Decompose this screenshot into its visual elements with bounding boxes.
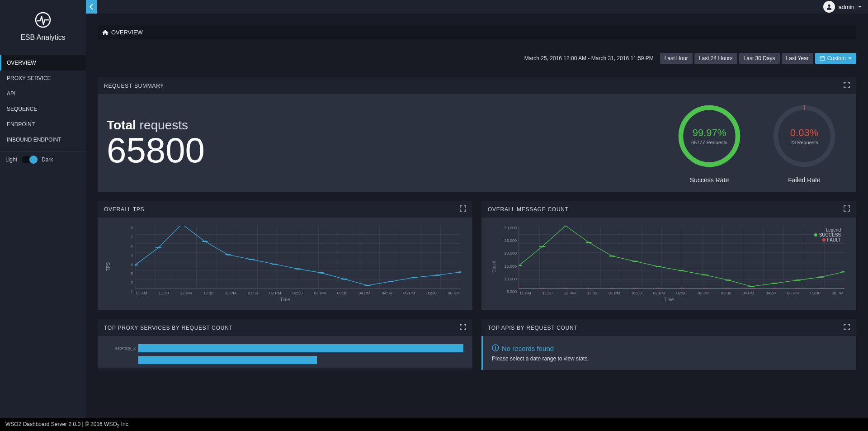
svg-point-31: [655, 266, 661, 267]
failed-sub: 23 Requests: [790, 140, 818, 145]
svg-point-34: [725, 279, 731, 281]
svg-rect-57: [495, 347, 496, 350]
x-axis-label: Time: [491, 297, 847, 302]
user-menu[interactable]: admin: [823, 1, 868, 13]
sidebar-nav: OVERVIEW PROXY SERVICE API SEQUENCE ENDP…: [0, 55, 86, 147]
svg-point-19: [341, 279, 348, 280]
svg-point-47: [679, 288, 685, 289]
breadcrumb-label: OVERVIEW: [111, 29, 143, 36]
svg-point-49: [725, 288, 731, 289]
sidebar-item-sequence[interactable]: SEQUENCE: [0, 101, 86, 117]
expand-icon[interactable]: [844, 324, 850, 332]
svg-point-38: [818, 276, 824, 278]
sidebar-item-label: INBOUND ENDPOINT: [7, 137, 61, 143]
svg-point-53: [818, 288, 824, 289]
failed-pct: 0.03%: [790, 127, 818, 139]
info-icon: [492, 344, 499, 353]
proxy-bars: estProxy_2: [107, 342, 463, 366]
range-last-30d-button[interactable]: Last 30 Days: [739, 53, 780, 64]
x-axis-label: Time: [107, 297, 463, 302]
svg-point-23: [434, 275, 440, 276]
user-name: admin: [839, 4, 854, 10]
footer-prefix: WSO2 Dashboard Server 2.0.0 | © 2016: [5, 421, 104, 427]
home-icon: [102, 30, 108, 35]
footer: WSO2 Dashboard Server 2.0.0 | © 2016 WSO…: [0, 418, 868, 431]
expand-icon[interactable]: [460, 324, 466, 332]
card-title: OVERALL MESSAGE COUNT: [488, 206, 569, 213]
avatar-icon: [823, 1, 835, 13]
sidebar-collapse-button[interactable]: [86, 0, 97, 14]
sidebar-item-api[interactable]: API: [0, 86, 86, 101]
svg-point-54: [841, 288, 844, 289]
message-count-chart: Count 30,00025,00020,00015,00010,0005,00…: [491, 226, 847, 302]
no-records-text: No records found: [502, 345, 554, 352]
sidebar-item-overview[interactable]: OVERVIEW: [0, 55, 86, 71]
chevron-down-icon: [858, 6, 862, 8]
svg-rect-2: [820, 57, 825, 61]
top-proxy-card: TOP PROXY SERVICES BY REQUEST COUNT estP…: [98, 319, 472, 370]
overall-tps-card: OVERALL TPS TPS 87654321 11 AM11:3012 PM…: [98, 201, 472, 310]
sidebar-item-label: ENDPOINT: [7, 121, 35, 128]
svg-point-44: [609, 288, 615, 289]
sidebar: ESB Analytics OVERVIEW PROXY SERVICE API…: [0, 0, 86, 431]
svg-point-42: [562, 288, 569, 289]
date-range-text: March 25, 2016 12:00 AM - March 31, 2016…: [524, 55, 654, 62]
sidebar-item-proxy-service[interactable]: PROXY SERVICE: [0, 71, 86, 86]
sidebar-item-label: PROXY SERVICE: [7, 75, 51, 81]
theme-toggle[interactable]: [22, 156, 37, 163]
sidebar-header: ESB Analytics: [0, 0, 86, 49]
sidebar-item-label: SEQUENCE: [7, 106, 37, 112]
svg-point-1: [828, 5, 830, 7]
svg-point-18: [318, 272, 324, 274]
svg-point-13: [202, 241, 208, 242]
app-title: ESB Analytics: [5, 33, 81, 42]
svg-point-56: [495, 346, 496, 347]
footer-brand: WSO: [104, 421, 117, 427]
theme-light-label: Light: [5, 156, 17, 163]
range-last-24h-button[interactable]: Last 24 Hours: [694, 53, 737, 64]
content: OVERVIEW March 25, 2016 12:00 AM - March…: [86, 14, 868, 431]
expand-icon[interactable]: [460, 205, 466, 213]
sidebar-item-endpoint[interactable]: ENDPOINT: [0, 117, 86, 132]
topbar: admin: [86, 0, 868, 14]
overall-message-count-card: OVERALL MESSAGE COUNT Count 30,00025,000…: [481, 201, 856, 310]
y-axis-label: Count: [491, 260, 496, 273]
card-title: OVERALL TPS: [104, 206, 144, 213]
svg-point-10: [135, 264, 138, 265]
chevron-down-icon: [848, 57, 852, 59]
success-sub: 65777 Requests: [691, 140, 727, 145]
success-pct: 99.97%: [693, 127, 726, 139]
date-range-row: March 25, 2016 12:00 AM - March 31, 2016…: [98, 53, 856, 64]
svg-point-16: [271, 264, 278, 265]
calendar-icon: [820, 56, 825, 61]
svg-point-43: [585, 288, 592, 289]
svg-point-29: [609, 256, 615, 257]
range-last-hour-button[interactable]: Last Hour: [660, 53, 693, 64]
sidebar-item-label: OVERVIEW: [7, 60, 36, 66]
range-custom-button[interactable]: Custom: [815, 53, 856, 64]
footer-suffix: Inc.: [119, 421, 130, 427]
svg-point-51: [772, 288, 778, 289]
date-range-buttons: Last Hour Last 24 Hours Last 30 Days Las…: [660, 53, 856, 64]
range-last-year-button[interactable]: Last Year: [782, 53, 813, 64]
expand-icon[interactable]: [844, 82, 850, 90]
svg-point-35: [748, 286, 755, 287]
card-title: TOP PROXY SERVICES BY REQUEST COUNT: [104, 325, 233, 331]
svg-point-28: [585, 242, 592, 243]
sidebar-item-label: API: [7, 90, 15, 97]
success-gauge: 99.97% 65777 Requests Success Rate: [675, 102, 743, 184]
svg-point-48: [702, 288, 708, 289]
top-apis-card: TOP APIS BY REQUEST COUNT No records fou…: [481, 319, 856, 370]
breadcrumb[interactable]: OVERVIEW: [98, 25, 856, 39]
svg-point-14: [225, 254, 231, 256]
sidebar-item-inbound-endpoint[interactable]: INBOUND ENDPOINT: [0, 132, 86, 147]
y-ticks: 30,00025,00020,00015,00010,0005,000: [503, 226, 517, 294]
expand-icon[interactable]: [844, 205, 850, 213]
svg-point-36: [772, 283, 778, 284]
legend-success: SUCCESS: [819, 232, 841, 237]
legend-title: Legend: [814, 227, 841, 232]
theme-toggle-row: Light Dark: [0, 151, 86, 168]
svg-point-32: [679, 270, 685, 271]
svg-point-25: [519, 265, 522, 266]
svg-point-52: [795, 288, 801, 289]
